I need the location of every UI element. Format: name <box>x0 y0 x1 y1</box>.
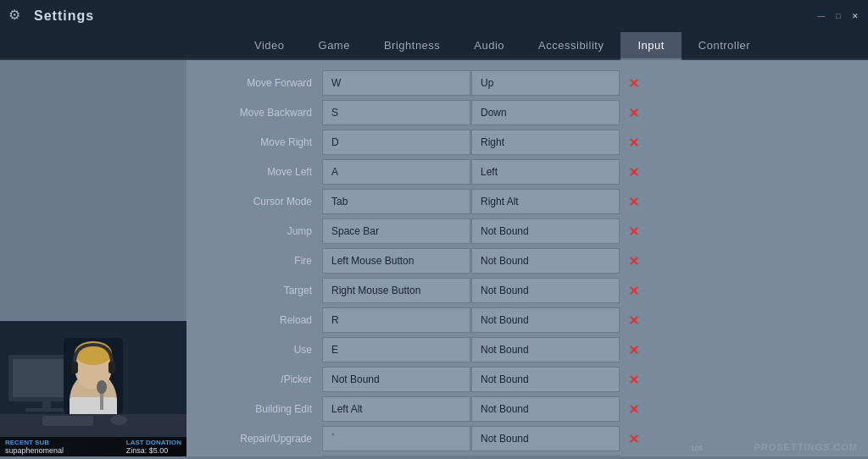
tab-accessibility[interactable]: Accessibility <box>521 32 620 60</box>
sidebar: RECENT SUB supaphenomenal LAST DONATION … <box>0 60 186 456</box>
keybind-primary-binding[interactable]: R <box>322 456 470 456</box>
keybind-clear-button[interactable] <box>621 130 647 155</box>
keybind-row: Repair/Upgrade`Not Bound <box>186 424 851 453</box>
keybind-primary-binding[interactable]: R <box>322 307 470 333</box>
webcam-overlay: RECENT SUB supaphenomenal LAST DONATION … <box>0 321 186 456</box>
keybind-secondary-binding[interactable]: Not Bound <box>471 337 620 362</box>
keybind-clear-button[interactable] <box>621 396 647 422</box>
keybind-clear-button[interactable] <box>621 248 647 274</box>
keybind-clear-button[interactable] <box>621 307 647 333</box>
tab-brightness[interactable]: Brightness <box>367 32 457 60</box>
tab-video[interactable]: Video <box>237 32 302 60</box>
app-logo: ⚙ Settings <box>8 7 94 25</box>
clear-icon <box>627 135 641 149</box>
gear-icon: ⚙ <box>8 7 27 25</box>
keybind-primary-binding[interactable]: Space Bar <box>322 218 470 244</box>
keybind-row: JumpSpace BarNot Bound <box>186 217 851 246</box>
last-donation-value: Zinsa: $5.00 <box>126 446 181 455</box>
restore-button[interactable]: □ <box>832 10 844 22</box>
nav-tabs: VideoGameBrightnessAudioAccessibilityInp… <box>0 32 868 60</box>
keybind-clear-button[interactable] <box>621 100 647 125</box>
clear-icon <box>627 195 641 208</box>
keybind-row: Building EditLeft AltNot Bound <box>186 395 851 423</box>
tab-game[interactable]: Game <box>302 32 367 60</box>
keybind-clear-button[interactable] <box>621 337 647 362</box>
keybind-primary-binding[interactable]: S <box>322 100 470 125</box>
keybind-action-label: Move Forward <box>186 77 322 89</box>
keybind-action-label: Jump <box>186 225 322 237</box>
close-button[interactable]: ✕ <box>849 10 861 22</box>
window-controls: — □ ✕ <box>815 10 861 22</box>
keybind-primary-binding[interactable]: Left Mouse Button <box>322 248 470 274</box>
keybind-clear-button[interactable] <box>621 189 647 214</box>
svg-rect-10 <box>108 362 115 373</box>
recent-sub-value: supaphenomenal <box>5 446 64 455</box>
keybind-clear-button[interactable] <box>621 159 647 185</box>
keybind-action-label: Reload <box>186 314 322 326</box>
keybind-secondary-binding[interactable]: Not Bound <box>471 248 620 274</box>
keybind-primary-binding[interactable]: Right Mouse Button <box>322 278 470 303</box>
keybind-primary-binding[interactable]: ` <box>322 426 470 451</box>
last-donation-heading: LAST DONATION <box>126 439 181 446</box>
tab-input[interactable]: Input <box>620 32 681 60</box>
keybind-secondary-binding[interactable]: Not Bound <box>471 307 620 333</box>
keybind-primary-binding[interactable]: D <box>322 130 470 155</box>
keybind-clear-button[interactable] <box>621 367 647 392</box>
keybind-primary-binding[interactable]: Not Bound <box>322 367 470 392</box>
keybind-clear-button[interactable] <box>621 456 647 456</box>
keybind-primary-binding[interactable]: W <box>322 70 470 96</box>
watermark: PROSETTINGS.COM <box>754 442 858 452</box>
clear-icon <box>627 343 641 357</box>
keybind-secondary-binding[interactable]: Up <box>471 70 620 96</box>
keybind-action-label: Repair/Upgrade <box>186 433 322 445</box>
clear-icon <box>627 106 641 119</box>
keybind-secondary-binding[interactable]: Down <box>471 100 620 125</box>
svg-point-13 <box>97 380 107 394</box>
keybind-primary-binding[interactable]: E <box>322 337 470 362</box>
tab-audio[interactable]: Audio <box>457 32 521 60</box>
keybind-secondary-binding[interactable]: Left <box>471 159 620 185</box>
keybind-clear-button[interactable] <box>621 218 647 244</box>
svg-rect-9 <box>71 362 78 373</box>
clear-icon <box>627 373 641 386</box>
keybind-row: Rotate BuildingRNot Bound <box>186 454 851 456</box>
clear-icon <box>627 432 641 445</box>
webcam-label-bar: RECENT SUB supaphenomenal LAST DONATION … <box>0 437 186 456</box>
keybind-clear-button[interactable] <box>621 278 647 303</box>
keybind-primary-binding[interactable]: Left Alt <box>322 396 470 422</box>
keybind-primary-binding[interactable]: Tab <box>322 189 470 214</box>
tab-controller[interactable]: Controller <box>682 32 767 60</box>
webcam-bg <box>0 321 186 456</box>
keybind-secondary-binding[interactable]: Right <box>471 130 620 155</box>
keybind-secondary-binding[interactable]: Not Bound <box>471 426 620 451</box>
keybind-secondary-binding[interactable]: Not Bound <box>471 278 620 303</box>
app-title: Settings <box>34 8 94 24</box>
keybind-secondary-binding[interactable]: Not Bound <box>471 218 620 244</box>
keybind-action-label: Cursor Mode <box>186 196 322 207</box>
main-content: RECENT SUB supaphenomenal LAST DONATION … <box>0 60 868 456</box>
keybind-row: TargetRight Mouse ButtonNot Bound <box>186 276 851 305</box>
keybind-secondary-binding[interactable]: Not Bound <box>471 367 620 392</box>
fps-indicator: 10s <box>690 444 703 452</box>
last-donation-section: LAST DONATION Zinsa: $5.00 <box>126 439 181 455</box>
keybind-secondary-binding[interactable]: Right Alt <box>471 189 620 214</box>
keybind-clear-button[interactable] <box>621 70 647 96</box>
keybind-secondary-binding[interactable]: Not Bound <box>471 456 620 456</box>
recent-sub-section: RECENT SUB supaphenomenal <box>5 439 64 455</box>
keybind-primary-binding[interactable]: A <box>322 159 470 185</box>
keybind-action-label: /Picker <box>186 373 322 385</box>
minimize-button[interactable]: — <box>815 10 827 22</box>
keybind-action-label: Move Right <box>186 136 322 148</box>
keybind-action-label: Move Backward <box>186 107 322 119</box>
keybind-secondary-binding[interactable]: Not Bound <box>471 396 620 422</box>
keybind-row: /PickerNot BoundNot Bound <box>186 365 851 394</box>
keybind-row: Cursor ModeTabRight Alt <box>186 187 851 216</box>
clear-icon <box>627 402 641 416</box>
keybind-area[interactable]: Move ForwardWUpMove BackwardSDownMove Ri… <box>186 60 868 456</box>
keybind-clear-button[interactable] <box>621 426 647 451</box>
svg-point-16 <box>110 415 127 425</box>
keybind-row: UseENot Bound <box>186 335 851 364</box>
keybind-action-label: Fire <box>186 255 322 267</box>
svg-rect-15 <box>42 416 93 426</box>
clear-icon <box>627 254 641 268</box>
